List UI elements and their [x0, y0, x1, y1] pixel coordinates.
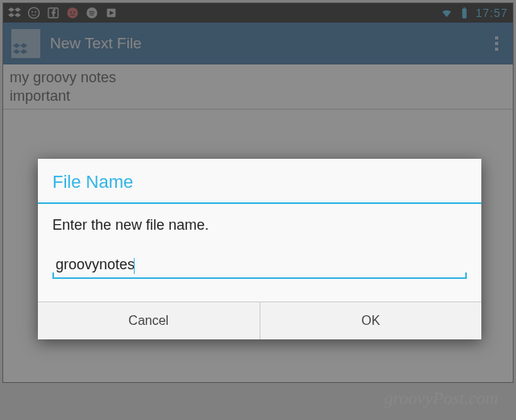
text-cursor [134, 258, 135, 274]
filename-dialog: File Name Enter the new file name. groov… [38, 159, 481, 339]
cancel-button[interactable]: Cancel [38, 302, 260, 339]
filename-input[interactable]: groovynotes [56, 256, 135, 272]
dialog-message: Enter the new file name. [52, 217, 467, 234]
device-frame: 17:57 New Text File my groovy notes impo… [2, 2, 514, 383]
ok-button[interactable]: OK [260, 302, 482, 339]
filename-input-wrap[interactable]: groovynotes [52, 255, 467, 279]
dialog-title: File Name [38, 159, 481, 204]
watermark: groovyPost.com [384, 388, 498, 409]
